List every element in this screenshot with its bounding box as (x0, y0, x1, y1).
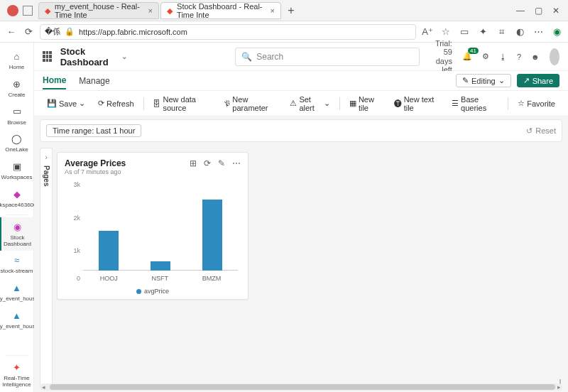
bar (99, 231, 119, 271)
user-avatar[interactable] (550, 48, 559, 65)
text-tile-icon: 🅣 (394, 99, 402, 108)
horizontal-scrollbar[interactable]: ◂ ▸ (40, 383, 562, 391)
extensions-icon[interactable]: ✦ (477, 26, 488, 38)
tile-area[interactable]: Average Prices As of 7 minutes ago ⊞ ⟳ ✎… (53, 148, 562, 386)
home-icon: ⌂ (11, 50, 23, 63)
onelake-icon: ◯ (11, 133, 23, 146)
tile-refresh-icon[interactable]: ⟳ (204, 158, 211, 168)
tab-home[interactable]: Home (43, 72, 66, 89)
save-button[interactable]: 💾Save⌄ (43, 97, 89, 110)
more-icon[interactable]: ⋯ (232, 158, 241, 168)
new-parameter-button[interactable]: 𝔓New parameter (220, 93, 281, 114)
nav-stock-stream[interactable]: ≈stock-stream (0, 251, 34, 278)
explore-data-icon[interactable]: ⊞ (190, 158, 197, 168)
save-icon: 💾 (47, 99, 57, 108)
scrollbar-thumb[interactable] (50, 384, 555, 390)
rti-icon: ✦ (11, 361, 23, 374)
chevron-down-icon: ⌄ (324, 99, 330, 108)
copilot-icon[interactable]: ◉ (551, 26, 562, 38)
y-tick: 2k (73, 214, 80, 222)
browser-tab[interactable]: ◆ my_event_house - Real-Time Inte × (38, 2, 159, 19)
workspaces-icon: ▣ (11, 160, 23, 173)
minimize-icon[interactable]: — (516, 6, 525, 16)
profile-avatar-icon[interactable] (7, 5, 18, 16)
favorite-icon[interactable]: ☆ (440, 26, 452, 38)
scroll-right-icon[interactable]: ▸ (555, 383, 562, 391)
nav-eventhouse-1[interactable]: ▲my_event_house (0, 278, 34, 306)
breadcrumb[interactable]: Stock Dashboard ⌄ (60, 46, 128, 67)
nav-create[interactable]: ⊕Create (0, 75, 34, 102)
bar (202, 200, 222, 271)
left-nav: ⌂Home ⊕Create ▭Browse ◯OneLake ▣Workspac… (0, 43, 34, 392)
time-range-chip[interactable]: Time range: Last 1 hour (46, 124, 141, 137)
search-input[interactable]: 🔍 Search (235, 48, 420, 66)
pages-panel-collapsed[interactable]: › Pages (40, 148, 53, 386)
browser-tab-active[interactable]: ◆ Stock Dashboard - Real-Time Inte × (160, 2, 281, 19)
refresh-icon: ⟳ (98, 99, 104, 108)
nav-rti[interactable]: ✦Real-Time Intelligence (0, 358, 34, 392)
tile-icon: ▦ (349, 99, 356, 108)
editing-toggle[interactable]: ✎Editing⌄ (456, 74, 511, 87)
maximize-icon[interactable]: ▢ (535, 6, 542, 16)
close-icon[interactable]: × (271, 6, 275, 15)
nav-onelake[interactable]: ◯OneLake (0, 129, 34, 157)
nav-stock-dashboard[interactable]: ◉Stock Dashboard (0, 217, 34, 251)
nav-home[interactable]: ⌂Home (0, 47, 34, 75)
addon2-icon[interactable]: ◐ (514, 26, 525, 38)
close-icon[interactable]: × (148, 6, 153, 15)
app-launcher-icon[interactable] (43, 51, 52, 62)
tab-manage[interactable]: Manage (79, 73, 109, 89)
new-text-tile-button[interactable]: 🅣New text tile (390, 93, 443, 114)
edit-tile-icon[interactable]: ✎ (218, 158, 225, 168)
refresh-icon[interactable]: ⟳ (23, 26, 34, 38)
time-range-bar: Time range: Last 1 hour ↺Reset (40, 119, 562, 142)
page-title: Stock Dashboard (60, 46, 119, 67)
notifications-button[interactable]: 🔔 41 (462, 52, 472, 61)
new-tab-button[interactable]: + (283, 4, 300, 17)
nav-browse[interactable]: ▭Browse (0, 102, 34, 130)
reset-button[interactable]: ↺Reset (526, 126, 556, 136)
eventhouse-icon: ▲ (11, 282, 23, 295)
refresh-button[interactable]: ⟳Refresh (94, 97, 138, 110)
set-alert-button[interactable]: ⚠Set alert⌄ (285, 93, 334, 114)
undo-icon: ↺ (526, 126, 532, 136)
settings-icon[interactable]: ⚙ (482, 52, 489, 61)
nav-eventhouse-2[interactable]: ▲my_event_house (0, 306, 34, 334)
scroll-left-icon[interactable]: ◂ (40, 383, 47, 391)
close-window-icon[interactable]: ✕ (552, 6, 559, 16)
tab-overview-icon[interactable] (23, 6, 33, 16)
help-icon[interactable]: ? (517, 53, 521, 61)
nav-workspace-item[interactable]: ◆workspace46360677 (0, 185, 34, 212)
download-icon[interactable]: ⭳ (499, 53, 507, 61)
back-icon[interactable]: ← (6, 26, 17, 38)
chevron-down-icon: ⌄ (79, 99, 85, 108)
base-queries-button[interactable]: ☰Base queries (447, 93, 503, 114)
chart-legend: avgPrice (65, 285, 241, 296)
database-icon: 🗄 (153, 99, 160, 108)
tab-title: Stock Dashboard - Real-Time Inte (177, 2, 266, 19)
y-tick: 1k (73, 247, 80, 254)
chevron-down-icon: ⌄ (121, 53, 127, 60)
tile-subtitle: As of 7 minutes ago (65, 168, 190, 175)
addon-icon[interactable]: ⌗ (496, 26, 507, 38)
star-icon: ☆ (518, 99, 525, 108)
search-placeholder: Search (256, 52, 283, 62)
y-tick: 0 (77, 275, 80, 282)
chart-tile[interactable]: Average Prices As of 7 minutes ago ⊞ ⟳ ✎… (57, 152, 248, 300)
dashboard-icon: ◉ (11, 221, 24, 234)
bar-chart: 3k 2k 1k 0 HOOJNSFTBMZM (65, 178, 241, 285)
new-data-source-button[interactable]: 🗄New data source (148, 93, 216, 114)
read-aloud-icon[interactable]: A⁺ (422, 26, 433, 38)
collections-icon[interactable]: ▭ (459, 26, 470, 38)
more-icon[interactable]: ⋯ (532, 26, 544, 38)
notif-count: 41 (468, 48, 479, 54)
share-button[interactable]: ↗Share (517, 74, 559, 87)
url-input[interactable]: �係 🔒 https://app.fabric.microsoft.com (40, 24, 416, 40)
stream-icon: ≈ (11, 254, 23, 267)
favorite-button[interactable]: ☆Favorite (513, 97, 559, 110)
chevron-right-icon: › (45, 153, 48, 161)
new-tile-button[interactable]: ▦New tile (345, 93, 386, 114)
nav-workspaces[interactable]: ▣Workspaces (0, 157, 34, 185)
feedback-icon[interactable]: ☻ (531, 53, 540, 61)
eventhouse-icon: ▲ (11, 310, 23, 322)
